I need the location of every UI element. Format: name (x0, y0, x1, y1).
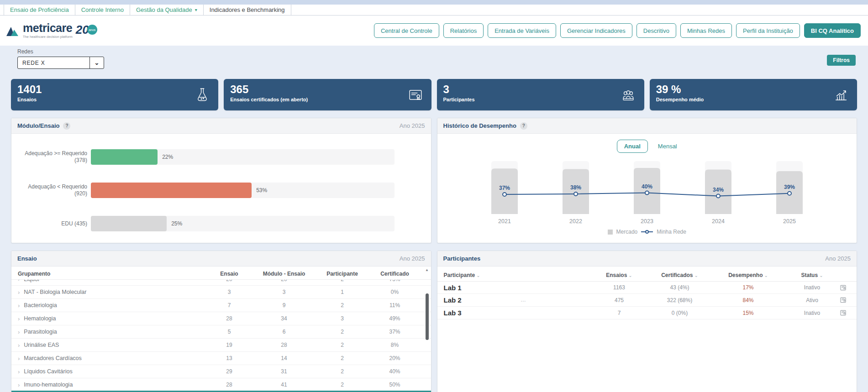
flask-icon (194, 86, 211, 104)
brand-logo: metricare The healthcare decision platfo… (5, 22, 97, 39)
grupamento-label: Parasitologia (24, 329, 57, 335)
certificado-cell: 8% (370, 342, 420, 348)
rede-selector[interactable]: REDE X ⌄ (17, 57, 104, 69)
tab-label: Controle Interno (81, 6, 124, 13)
nav-button-relatorios[interactable]: Relatórios (443, 23, 484, 38)
report-icon-cell[interactable] (840, 309, 847, 316)
ensaio-row-bacteriologia[interactable]: ›Bacteriologia79211% (11, 299, 431, 312)
nav-button-perfil-da-instituicao[interactable]: Perfil da Instituição (736, 23, 800, 38)
report-icon[interactable] (840, 309, 847, 316)
ensaio-row-imuno-hematologia[interactable]: ›Imuno-hematologia2841250% (11, 378, 431, 392)
modulo_ensaio-cell: 28 (253, 342, 315, 348)
expand-chevron-icon[interactable]: › (18, 329, 20, 335)
expand-chevron-icon[interactable]: › (18, 342, 20, 349)
ensaio-cell: 28 (205, 315, 253, 322)
panel-header: Histórico de Desempenho ? (437, 118, 857, 134)
toggle-anual-button[interactable]: Anual (617, 140, 648, 153)
grupamento-cell: ›Parasitologia (18, 329, 205, 335)
bi-cq-analitico-dashboard: Ensaio de ProficiênciaControle InternoGe… (0, 0, 868, 392)
column-header-desempenho[interactable]: Desempenho⌄ (706, 272, 790, 278)
expand-chevron-icon[interactable]: › (18, 355, 20, 362)
ensaio-row-liquor[interactable]: ›Liquor2020275% (11, 279, 431, 286)
certificado-cell: 11% (370, 302, 420, 308)
scrollbar-thumb[interactable] (426, 293, 429, 340)
filtros-button[interactable]: Filtros (827, 55, 856, 66)
mercado-bar (563, 169, 589, 214)
bar-track: 53% (91, 183, 395, 198)
bar-fill (91, 216, 167, 231)
expand-chevron-icon[interactable]: › (18, 289, 20, 296)
ensaio-row-hematologia[interactable]: ›Hematologia2834349% (11, 312, 431, 325)
grupamento-cell: ›Líquidos Cavitários (18, 368, 205, 375)
people-icon (620, 86, 637, 104)
help-icon[interactable]: ? (63, 122, 70, 130)
chevron-down-icon: ⌄ (89, 57, 104, 68)
expand-chevron-icon[interactable]: › (18, 302, 20, 309)
point-value-label: 34% (713, 187, 724, 193)
ensaio-row-urinalise-eas[interactable]: ›Urinálise EAS192828% (11, 339, 431, 352)
sort-chevron-icon: ⌄ (476, 273, 480, 278)
participante-row-lab-2[interactable]: Lab 2...475322 (68%)84%Ativo (437, 294, 857, 307)
participante-cell: 2 (315, 329, 370, 335)
nav-button-minhas-redes[interactable]: Minhas Redes (680, 23, 732, 38)
tab-ensaio-de-proficiencia[interactable]: Ensaio de Proficiência (4, 5, 75, 15)
ensaio-row-liquidos-cavitarios[interactable]: ›Líquidos Cavitários2931240% (11, 365, 431, 378)
nav-button-gerenciar-indicadores[interactable]: Gerenciar Indicadores (560, 23, 632, 38)
ensaio-table-header: GrupamentoEnsaioMódulo - EnsaioParticipa… (11, 268, 431, 279)
panel-header: Participantes Ano 2025 (437, 251, 857, 267)
minha-rede-legend-label: Minha Rede (657, 229, 686, 235)
year-label: 2025 (783, 218, 796, 225)
nav-button-entrada-de-variaveis[interactable]: Entrada de Variáveis (488, 23, 556, 38)
column-header-modulo-ensaio: Módulo - Ensaio (253, 271, 315, 277)
column-header-ensaios[interactable]: Ensaios⌄ (585, 272, 653, 278)
column-header-participante[interactable]: Participante⌄ (444, 272, 585, 278)
ensaio-row-parasitologia[interactable]: ›Parasitologia56237% (11, 325, 431, 339)
certificado-cell: 20% (370, 355, 420, 361)
report-icon[interactable] (840, 297, 847, 303)
grupamento-label: Liquor (24, 279, 40, 282)
minha-rede-point (788, 192, 791, 195)
column-header-certificados[interactable]: Certificados⌄ (653, 272, 706, 278)
grupamento-cell: ›NAT - Biologia Molecular (18, 289, 205, 296)
expand-chevron-icon[interactable]: › (18, 368, 20, 375)
nav-button-central-de-controle[interactable]: Central de Controle (374, 23, 439, 38)
nav-button-bi-cq-analitico[interactable]: BI CQ Analítico (804, 23, 861, 38)
modulo_ensaio-cell: 6 (253, 329, 315, 335)
grupamento-label: Líquidos Cavitários (24, 368, 72, 375)
expand-chevron-icon[interactable]: › (18, 279, 20, 282)
kpi-row: 1401 Ensaios 365 Ensaios certificados (e… (11, 79, 857, 110)
historico-body: Anual Mensal 37%202138%202240%202334%202… (437, 134, 857, 235)
scroll-up-icon[interactable]: ▲ (425, 268, 430, 272)
grupamento-cell: ›Liquor (18, 279, 205, 282)
bar-track: 22% (91, 149, 395, 165)
ensaio-row-nat-biologia-molecular[interactable]: ›NAT - Biologia Molecular3310% (11, 286, 431, 299)
participante-name-cell: Lab 3 (444, 309, 585, 317)
panel-header: Módulo/Ensaio ? Ano 2025 (11, 118, 431, 134)
report-icon-cell[interactable] (840, 297, 847, 303)
expand-chevron-icon[interactable]: › (18, 315, 20, 322)
ensaios-cell: 7 (585, 310, 653, 316)
help-icon[interactable]: ? (520, 122, 527, 130)
ensaio-row-marcadores-cardiacos[interactable]: ›Marcadores Cardíacos1314220% (11, 352, 431, 365)
panel-title: Histórico de Desempenho (443, 122, 516, 129)
kpi-label: Desempenho médio (656, 97, 851, 102)
rede-selected-value: REDE X (18, 60, 45, 66)
tab-controle-interno[interactable]: Controle Interno (75, 5, 130, 15)
anniversary-badge: 20 anos (76, 24, 97, 36)
dropdown-caret-icon: ▾ (195, 7, 197, 12)
kpi-ensaios-certificados: 365 Ensaios certificados (em aberto) (224, 79, 431, 110)
report-icon-cell[interactable] (840, 284, 847, 291)
toggle-mensal-button[interactable]: Mensal (658, 143, 677, 150)
tab-indicadores-e-benchmarking[interactable]: Indicadores e Benchmarking (204, 5, 291, 15)
tab-gestao-da-qualidade[interactable]: Gestão da Qualidade▾ (130, 5, 204, 15)
participante-cell: 2 (315, 382, 370, 388)
nav-button-descritivo[interactable]: Descritivo (637, 23, 676, 38)
expand-chevron-icon[interactable]: › (18, 382, 20, 388)
column-header-status[interactable]: Status⌄ (790, 272, 834, 278)
report-icon[interactable] (840, 284, 847, 291)
participante-row-lab-1[interactable]: Lab 1116343 (4%)17%Inativo (437, 281, 857, 294)
point-value-label: 37% (499, 185, 510, 191)
participante-row-lab-3[interactable]: Lab 370 (0%)15%Inativo (437, 307, 857, 319)
bar-value-label: 25% (171, 220, 182, 227)
modulo_ensaio-cell: 31 (253, 368, 315, 375)
